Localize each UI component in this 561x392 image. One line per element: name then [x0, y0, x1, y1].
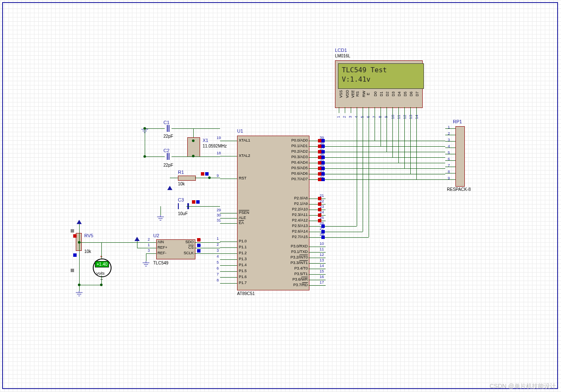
c3-ref: C3 — [178, 197, 184, 202]
x1-val: 11.0592MHz — [203, 144, 227, 148]
gnd-c3 — [156, 215, 165, 222]
rp1-component[interactable] — [455, 126, 465, 187]
meter-unit: Volts — [96, 271, 105, 276]
u2-ref: U2 — [153, 233, 159, 238]
c1-val: 22pF — [163, 134, 173, 139]
r1-val: 10k — [178, 182, 185, 186]
power-u2 — [135, 237, 140, 241]
c2-capacitor[interactable] — [166, 153, 171, 160]
lcd-line1: TLC549 Test — [342, 65, 420, 75]
power-r1 — [167, 186, 172, 190]
lcd-part: LM016L — [335, 54, 350, 58]
lcd-screen: TLC549 Test V:1.41v — [338, 63, 424, 89]
r1-resistor[interactable] — [178, 176, 196, 181]
gnd-u2 — [142, 261, 150, 268]
u1-ref: U1 — [237, 128, 243, 134]
u1-part: AT89C51 — [237, 291, 255, 296]
c3-val: 10uF — [178, 211, 188, 216]
meter-reading: +1.40 — [95, 261, 109, 267]
c2-val: 22pF — [163, 163, 173, 168]
watermark: CSDN @单片机技能设计 — [489, 383, 556, 390]
rp1-part: RESPACK-8 — [447, 187, 471, 192]
rv5-ref: RV5 — [84, 233, 93, 238]
rp1-ref: RP1 — [453, 119, 462, 124]
lcd-component[interactable]: TLC549 Test V:1.41v — [335, 60, 423, 108]
power-rv5 — [77, 220, 82, 224]
c1-ref: C1 — [163, 120, 169, 125]
rv5-val: 10k — [84, 249, 91, 254]
u2-part: TLC549 — [153, 261, 169, 265]
gnd-rv5 — [75, 291, 83, 298]
x1-ref: X1 — [203, 138, 208, 143]
lcd-line2: V:1.41v — [342, 75, 420, 84]
r1-ref: R1 — [178, 170, 184, 175]
schematic-canvas[interactable]: TLC549 Test V:1.41v LCD1 LM016L VSS1VDD2… — [0, 0, 561, 392]
c1-capacitor[interactable] — [166, 125, 171, 132]
c2-ref: C2 — [163, 148, 169, 153]
lcd-ref: LCD1 — [335, 48, 347, 53]
